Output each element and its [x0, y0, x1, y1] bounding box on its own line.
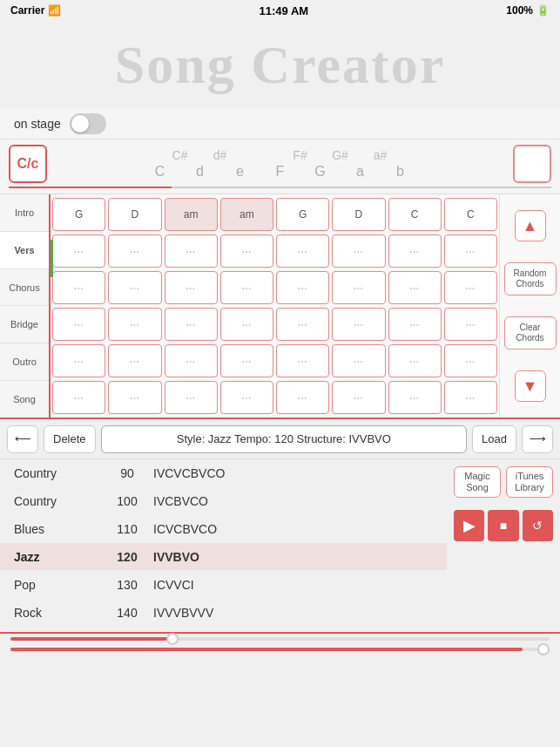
chord-cell[interactable]: [165, 271, 218, 304]
chord-cell[interactable]: [388, 234, 442, 268]
key-a[interactable]: a: [341, 164, 381, 180]
section-verse[interactable]: Vers: [0, 232, 49, 269]
chord-cell[interactable]: [388, 308, 442, 341]
delete-button[interactable]: Delete: [44, 425, 96, 453]
key-c-button[interactable]: C/c: [9, 145, 47, 183]
chord-cell[interactable]: [108, 234, 161, 268]
style-row-jazz[interactable]: Jazz 120 IVVBVO: [0, 543, 447, 571]
key-c[interactable]: C: [140, 164, 180, 180]
chord-cell[interactable]: [276, 308, 329, 341]
progress-track-2: [10, 648, 523, 651]
forward-button[interactable]: ⟶: [522, 425, 553, 453]
slider-thumb-2[interactable]: [537, 643, 550, 655]
chord-cell[interactable]: [276, 234, 329, 268]
chord-cell[interactable]: [108, 344, 161, 377]
chord-cell[interactable]: [332, 381, 385, 414]
chord-cell[interactable]: [52, 344, 105, 377]
play-button[interactable]: ▶: [454, 510, 484, 541]
chord-cell[interactable]: [108, 308, 161, 341]
chord-cell[interactable]: [276, 344, 329, 377]
scroll-down-button[interactable]: ▼: [515, 370, 546, 402]
chord-cell[interactable]: [332, 271, 385, 304]
chord-cell[interactable]: [220, 381, 273, 414]
chord-cell[interactable]: [276, 381, 329, 414]
keys-grid: C# d# F# G# a# C d e F G a b: [54, 148, 506, 180]
chord-cell[interactable]: [220, 308, 273, 341]
battery-icon: 🔋: [536, 4, 550, 17]
style-row-country100[interactable]: Country 100 IVCBVCO: [0, 487, 447, 515]
itunes-library-button[interactable]: iTunesLibrary: [506, 466, 553, 498]
key-f[interactable]: F: [260, 164, 300, 180]
key-g[interactable]: G: [300, 164, 341, 180]
chord-cell[interactable]: [52, 234, 105, 268]
style-row-country90[interactable]: Country 90 IVCVCBVCO: [0, 459, 447, 487]
key-gsharp[interactable]: G#: [320, 148, 361, 162]
chord-cell[interactable]: [165, 381, 218, 414]
style-row-pop[interactable]: Pop 130 ICVVCI: [0, 571, 447, 599]
chord-cell[interactable]: [108, 271, 161, 304]
chord-cell[interactable]: [388, 344, 442, 377]
back-button[interactable]: ⟵: [7, 425, 38, 453]
chord-cell[interactable]: am: [220, 198, 273, 231]
chord-cell[interactable]: C: [444, 198, 497, 231]
chord-cell[interactable]: [220, 234, 273, 268]
chord-cell[interactable]: [332, 344, 385, 377]
chord-cell[interactable]: G: [276, 198, 329, 231]
key-dsharp[interactable]: d#: [200, 148, 240, 162]
style-row-hardrock[interactable]: HardRock: [0, 627, 447, 632]
clear-chords-button[interactable]: ClearChords: [504, 316, 557, 350]
on-stage-toggle[interactable]: [70, 113, 106, 134]
key-e[interactable]: e: [220, 164, 260, 180]
chord-cell[interactable]: [165, 234, 218, 268]
random-chords-button[interactable]: RandomChords: [504, 262, 557, 295]
load-button[interactable]: Load: [472, 425, 516, 453]
chord-cell[interactable]: [220, 344, 273, 377]
chord-cell[interactable]: [52, 381, 105, 414]
section-bridge[interactable]: Bridge: [0, 306, 49, 343]
section-chorus[interactable]: Chorus: [0, 269, 49, 307]
chord-cell[interactable]: [165, 344, 218, 377]
stop-button[interactable]: ■: [488, 510, 518, 541]
key-empty-button[interactable]: [513, 145, 551, 183]
chord-cell[interactable]: [108, 381, 161, 414]
chord-cell[interactable]: [52, 308, 105, 341]
section-intro[interactable]: Intro: [0, 194, 49, 232]
chord-cell[interactable]: [388, 271, 442, 304]
chord-cell[interactable]: [444, 344, 497, 377]
chord-cell[interactable]: G: [52, 198, 105, 231]
style-tempo: 130: [101, 578, 153, 592]
section-song[interactable]: Song: [0, 381, 49, 418]
progress-slider-2[interactable]: [10, 648, 550, 651]
repeat-button[interactable]: ↺: [523, 510, 553, 541]
keyboard-underline: [9, 187, 551, 188]
key-csharp[interactable]: C#: [160, 148, 200, 162]
scroll-up-button[interactable]: ▲: [515, 210, 546, 241]
chord-cell[interactable]: [444, 271, 497, 304]
chord-cell[interactable]: [220, 271, 273, 304]
style-row-rock[interactable]: Rock 140 IVVVBVVV: [0, 599, 447, 627]
magic-song-button[interactable]: MagicSong: [454, 466, 501, 498]
key-d[interactable]: d: [180, 164, 220, 180]
chord-cell[interactable]: [52, 271, 105, 304]
style-row-blues[interactable]: Blues 110 ICVCBVCO: [0, 515, 447, 543]
chord-cell[interactable]: [444, 234, 497, 268]
chord-cell[interactable]: C: [388, 198, 442, 231]
chord-cell[interactable]: [388, 381, 442, 414]
sliders-area: [0, 634, 560, 655]
key-asharp[interactable]: a#: [361, 148, 401, 162]
chord-cell[interactable]: am: [165, 198, 218, 231]
style-display: Style: Jazz Tempo: 120 Structure: IVVBVO: [101, 425, 468, 453]
chord-cell[interactable]: [165, 308, 218, 341]
key-fsharp[interactable]: F#: [280, 148, 320, 162]
chord-cell[interactable]: [444, 308, 497, 341]
progress-slider-1[interactable]: [10, 637, 550, 641]
chord-cell[interactable]: [332, 308, 385, 341]
chord-cell[interactable]: [444, 381, 497, 414]
chord-cell[interactable]: D: [332, 198, 385, 231]
section-outro[interactable]: Outro: [0, 343, 49, 381]
chord-cell[interactable]: D: [108, 198, 161, 231]
chord-cell[interactable]: [276, 271, 329, 304]
key-b[interactable]: b: [381, 164, 421, 180]
slider-thumb-1[interactable]: [166, 633, 179, 645]
chord-cell[interactable]: [332, 234, 385, 268]
